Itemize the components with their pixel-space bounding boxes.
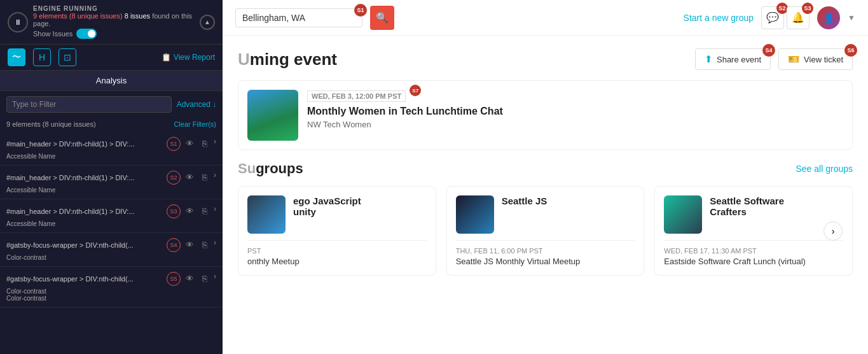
search-value: Bellingham, WA	[242, 13, 305, 23]
copy-icon[interactable]: ⎘	[198, 272, 211, 285]
issue-tag: Accessible Name	[6, 153, 216, 160]
group-card-2[interactable]: Seattle JS THU, FEB 11, 6:00 PM PST Seat…	[446, 186, 645, 276]
notification-group: 💬 S2 🔔 S3	[761, 6, 809, 29]
search-icon: 🔍	[376, 11, 389, 24]
issue-tag: Accessible Name	[6, 187, 216, 194]
group-card-1[interactable]: ego JavaScriptunity PST onthly Meetup	[238, 186, 436, 276]
group-name-3: Seattle SoftwareCrafters	[710, 195, 784, 217]
event-org: NW Tech Women	[307, 120, 843, 129]
issue-badge-s4: S4	[167, 238, 181, 252]
panel-icon-bar: 〜 H ⊡ 📋 View Report	[0, 45, 223, 71]
groups-next-arrow[interactable]: ›	[823, 222, 843, 241]
engine-info: ENGINE RUNNING 9 elements (8 unique issu…	[33, 5, 200, 39]
advanced-button[interactable]: Advanced ↓	[177, 100, 216, 109]
group-thumbnail-2	[456, 195, 494, 234]
site-header: Bellingham, WA S1 🔍 Start a new group 💬 …	[223, 0, 868, 36]
header-right: Start a new group 💬 S2 🔔 S3 👤 ▼	[684, 6, 855, 29]
expand-icon[interactable]: ›	[214, 137, 216, 151]
issue-badge-s3: S3	[167, 204, 181, 218]
issue-badge-s1: S1	[167, 137, 181, 151]
show-issues-toggle[interactable]	[76, 29, 97, 39]
visibility-icon[interactable]: 👁	[183, 272, 196, 285]
visibility-icon[interactable]: 👁	[183, 137, 196, 150]
view-report-label: View Report	[174, 53, 215, 62]
visibility-icon[interactable]: 👁	[183, 171, 196, 183]
expand-icon[interactable]: ›	[214, 238, 216, 252]
report-icon: 📋	[162, 53, 171, 62]
issue-path: #gatsby-focus-wrapper > DIV:nth-child(..…	[6, 275, 163, 283]
upcoming-title-text: ming event	[250, 50, 337, 69]
issue-path: #main_header > DIV:nth-child(1) > DIV:..…	[6, 140, 163, 148]
page-icon-button[interactable]: ⊡	[59, 48, 76, 66]
issue-item[interactable]: #main_header > DIV:nth-child(1) > DIV:..…	[0, 199, 223, 233]
expand-icon[interactable]: ›	[214, 171, 216, 185]
group-event-date-3: WED, FEB 17, 11:30 AM PST	[664, 247, 843, 255]
issue-item[interactable]: #main_header > DIV:nth-child(1) > DIV:..…	[0, 166, 223, 199]
share-icon: ⬆	[705, 53, 713, 65]
group-event-1: PST onthly Meetup	[247, 247, 427, 266]
analysis-panel: ⏸ ENGINE RUNNING 9 elements (8 unique is…	[0, 0, 223, 354]
main-content-panel: Bellingham, WA S1 🔍 Start a new group 💬 …	[223, 0, 868, 354]
groups-row: ego JavaScriptunity PST onthly Meetup Se…	[238, 186, 853, 276]
copy-icon[interactable]: ⎘	[198, 238, 211, 251]
view-ticket-button[interactable]: 🎫 View ticket S6	[778, 48, 853, 70]
messages-icon: 💬	[766, 11, 779, 24]
messages-button[interactable]: 💬 S2	[761, 6, 784, 29]
groups-section: Sugroups See all groups ego JavaScriptun…	[223, 160, 868, 288]
share-label: Share event	[717, 55, 761, 64]
visibility-icon[interactable]: 👁	[183, 204, 196, 217]
event-date-wrapper: WED, FEB 3, 12:00 PM PST S7	[307, 90, 406, 106]
issue-tag: Color-contrast	[6, 288, 216, 295]
group-event-name-2: Seattle JS Monthly Virtual Meetup	[456, 257, 635, 266]
copy-icon[interactable]: ⎘	[198, 137, 211, 150]
bell-badge: S3	[802, 3, 813, 14]
user-avatar[interactable]: 👤	[817, 6, 840, 29]
event-thumbnail-image	[247, 90, 298, 141]
group-name-1: ego JavaScriptunity	[293, 195, 361, 217]
group-thumbnail-3	[664, 195, 702, 234]
issues-summary-row: 9 elements (8 unique issues) Clear Filte…	[0, 118, 223, 132]
event-actions: ⬆ Share event S4 🎫 View ticket S6	[695, 48, 853, 70]
search-bar: Bellingham, WA S1	[235, 8, 362, 27]
issues-count-label: 9 elements (8 unique issues)	[6, 120, 96, 128]
upcoming-title: Uming event	[238, 50, 337, 69]
filter-input[interactable]	[6, 96, 172, 113]
group-event-name-1: onthly Meetup	[247, 257, 427, 266]
share-event-button[interactable]: ⬆ Share event S4	[695, 48, 771, 70]
group-event-name-3: Eastside Software Craft Lunch (virtual)	[664, 257, 843, 266]
sort-icon: ↓	[212, 100, 216, 109]
engine-pause-button[interactable]: ⏸	[8, 12, 28, 32]
view-report-link[interactable]: 📋 View Report	[162, 53, 215, 62]
h-icon-button[interactable]: H	[33, 48, 51, 66]
wave-icon-button[interactable]: 〜	[8, 48, 25, 66]
search-button[interactable]: 🔍	[370, 6, 394, 30]
copy-icon[interactable]: ⎘	[198, 171, 211, 183]
issue-item[interactable]: #main_header > DIV:nth-child(1) > DIV:..…	[0, 132, 223, 166]
copy-icon[interactable]: ⎘	[198, 204, 211, 217]
bell-button[interactable]: 🔔 S3	[787, 6, 809, 29]
groups-header: Sugroups See all groups	[238, 160, 853, 177]
view-ticket-badge-s6: S6	[844, 44, 857, 57]
start-new-group-link[interactable]: Start a new group	[684, 13, 754, 23]
issue-item[interactable]: #gatsby-focus-wrapper > DIV:nth-child(..…	[0, 267, 223, 308]
issue-badge-s2: S2	[167, 171, 181, 185]
profile-dropdown-arrow[interactable]: ▼	[848, 13, 855, 22]
visibility-icon[interactable]: 👁	[183, 238, 196, 251]
issue-list: #main_header > DIV:nth-child(1) > DIV:..…	[0, 132, 223, 354]
event-name: Monthly Women in Tech Lunchtime Chat	[307, 106, 843, 117]
expand-icon[interactable]: ›	[214, 272, 216, 286]
issue-tag: Accessible Name	[6, 220, 216, 227]
bell-icon: 🔔	[792, 11, 804, 24]
group-divider-3	[664, 240, 843, 241]
see-all-groups-link[interactable]: See all groups	[796, 164, 853, 174]
group-event-3: WED, FEB 17, 11:30 AM PST Eastside Softw…	[664, 247, 843, 266]
issue-path: #main_header > DIV:nth-child(1) > DIV:..…	[6, 208, 163, 215]
issue-item[interactable]: #gatsby-focus-wrapper > DIV:nth-child(..…	[0, 233, 223, 267]
collapse-panel-button[interactable]: ▲	[200, 15, 215, 30]
expand-icon[interactable]: ›	[214, 204, 216, 218]
search-badge-s1: S1	[354, 4, 367, 17]
group-card-top-3: Seattle SoftwareCrafters	[664, 195, 843, 234]
clear-filters-button[interactable]: Clear Filter(s)	[174, 120, 216, 128]
issue-path: #main_header > DIV:nth-child(1) > DIV:..…	[6, 174, 163, 181]
group-thumbnail-1	[247, 195, 286, 234]
